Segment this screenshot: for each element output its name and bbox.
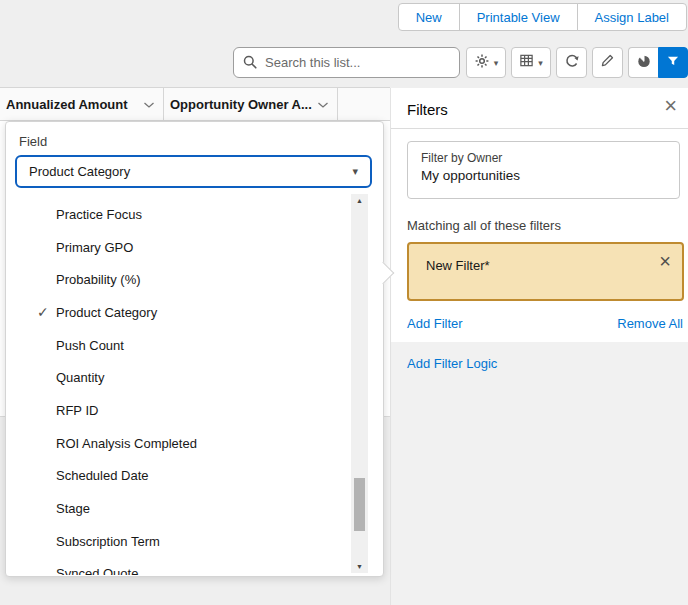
add-filter-logic-link[interactable]: Add Filter Logic [407, 356, 497, 371]
field-option[interactable]: Primary GPO [7, 231, 382, 264]
column-label: Opportunity Owner A... [170, 97, 312, 112]
option-label: Probability (%) [56, 272, 141, 287]
edit-button[interactable] [592, 47, 623, 78]
column-header-opportunity-owner[interactable]: Opportunity Owner A... [164, 88, 338, 120]
option-label: Scheduled Date [56, 468, 149, 483]
scroll-up-icon[interactable]: ▲ [351, 197, 368, 204]
refresh-button[interactable] [556, 47, 587, 78]
filter-logic-section: Add Filter Logic [391, 342, 688, 605]
chevron-down-icon [317, 97, 329, 112]
field-option-selected[interactable]: ✓ Product Category [7, 296, 382, 329]
option-label: Stage [56, 501, 90, 516]
option-label: Push Count [56, 338, 124, 353]
field-option[interactable]: Stage [7, 492, 382, 525]
gear-icon [474, 53, 490, 73]
search-input[interactable] [233, 47, 460, 78]
option-label: Product Category [56, 305, 157, 320]
display-as-button[interactable]: ▾ [511, 47, 551, 78]
chart-filter-button-group [628, 47, 688, 78]
new-button[interactable]: New [398, 3, 460, 31]
option-label: RFP ID [56, 403, 98, 418]
add-filter-link[interactable]: Add Filter [407, 316, 463, 331]
caret-down-icon: ▾ [352, 165, 358, 178]
field-combobox[interactable]: Product Category ▾ [15, 155, 372, 188]
option-label: ROI Analysis Completed [56, 436, 197, 451]
scroll-down-icon[interactable]: ▼ [351, 563, 368, 570]
field-select-popover: Field Product Category ▾ Practice Focus … [5, 121, 384, 577]
listbox-scrollbar[interactable]: ▲ ▼ [351, 194, 368, 573]
field-option[interactable]: Quantity [7, 361, 382, 394]
caret-down-icon: ▾ [538, 58, 543, 68]
column-label: Annualized Amount [6, 97, 128, 112]
close-icon[interactable]: × [664, 93, 677, 119]
chevron-down-icon [143, 97, 155, 112]
field-option[interactable]: Practice Focus [7, 198, 382, 231]
filters-button[interactable] [658, 47, 688, 78]
action-button-group: New Printable View Assign Label [399, 3, 687, 31]
pie-chart-icon [636, 53, 652, 73]
table-header-row: Annualized Amount Opportunity Owner A... [0, 87, 390, 121]
field-option[interactable]: ROI Analysis Completed [7, 427, 382, 460]
filters-panel: Filters × Filter by Owner My opportuniti… [390, 88, 688, 605]
refresh-icon [564, 53, 580, 73]
opportunities-list-view: New Printable View Assign Label ▾ ▾ [0, 0, 688, 605]
field-option[interactable]: Probability (%) [7, 263, 382, 296]
field-option[interactable]: Push Count [7, 329, 382, 362]
filter-funnel-icon [666, 54, 680, 72]
list-settings-button[interactable]: ▾ [466, 47, 506, 78]
field-option[interactable]: RFP ID [7, 394, 382, 427]
caret-down-icon: ▾ [494, 58, 499, 68]
new-filter-card[interactable]: New Filter* × [407, 242, 684, 301]
divider [391, 128, 688, 129]
scrollbar-thumb[interactable] [354, 478, 365, 531]
field-option[interactable]: Synced Quote [7, 558, 382, 575]
option-label: Practice Focus [56, 207, 142, 222]
pencil-icon [600, 53, 615, 72]
owner-filter-card[interactable]: Filter by Owner My opportunities [407, 141, 680, 199]
owner-filter-value: My opportunities [421, 168, 666, 183]
table-icon [519, 53, 534, 72]
column-header-annualized-amount[interactable]: Annualized Amount [0, 88, 164, 120]
field-option[interactable]: Scheduled Date [7, 460, 382, 493]
field-label: Field [19, 134, 47, 149]
matching-filters-text: Matching all of these filters [407, 218, 561, 233]
check-icon: ✓ [37, 304, 49, 320]
option-label: Synced Quote [56, 566, 138, 575]
option-label: Primary GPO [56, 240, 133, 255]
field-options-list: Practice Focus Primary GPO Probability (… [7, 198, 382, 575]
owner-filter-label: Filter by Owner [421, 151, 666, 165]
option-label: Subscription Term [56, 534, 160, 549]
combobox-value: Product Category [29, 164, 130, 179]
printable-view-button[interactable]: Printable View [459, 3, 578, 31]
charts-button[interactable] [628, 47, 658, 78]
search-icon [242, 54, 258, 74]
column-header-spacer [338, 88, 390, 120]
remove-all-link[interactable]: Remove All [617, 316, 683, 331]
field-option[interactable]: Subscription Term [7, 525, 382, 558]
new-filter-label: New Filter* [426, 258, 490, 273]
filters-panel-title: Filters [407, 101, 448, 118]
search-box [233, 47, 460, 78]
option-label: Quantity [56, 370, 104, 385]
remove-filter-icon[interactable]: × [659, 249, 671, 273]
assign-label-button[interactable]: Assign Label [577, 3, 687, 31]
